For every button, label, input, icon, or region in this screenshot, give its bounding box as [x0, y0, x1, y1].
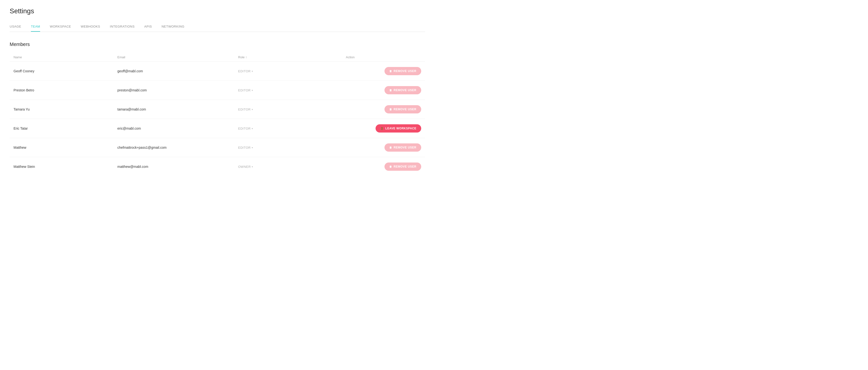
page-container: Settings USAGETEAMWORKSPACEWEBHOOKSINTEG… [0, 0, 435, 183]
col-header-email: Email [114, 53, 238, 62]
members-table: Name Email Role ↑ Action Geoff Cooneygeo… [10, 53, 425, 176]
member-name-2: Preston Betro [10, 81, 114, 100]
member-role-5[interactable]: EDITOR ▾ [238, 138, 342, 157]
members-section-title: Members [10, 41, 425, 47]
member-email-4: eric@mabl.com [114, 119, 238, 138]
member-name-1: Geoff Cooney [10, 62, 114, 81]
member-name-5: Matthew [10, 138, 114, 157]
member-role-6[interactable]: OWNER ▾ [238, 157, 342, 176]
member-name-3: Tamara Yu [10, 100, 114, 119]
member-action-6: 🗑 REMOVE USER [342, 157, 425, 176]
tabs-nav: USAGETEAMWORKSPACEWEBHOOKSINTEGRATIONSAP… [10, 25, 425, 32]
member-action-2: 🗑 REMOVE USER [342, 81, 425, 100]
member-name-6: Matthew Stein [10, 157, 114, 176]
table-row: Eric Tatareric@mabl.comEDITOR ▾🚪 LEAVE W… [10, 119, 425, 138]
tab-usage[interactable]: USAGE [10, 25, 21, 32]
member-action-1: 🗑 REMOVE USER [342, 62, 425, 81]
trash-icon: 🗑 [389, 69, 392, 73]
col-header-action: Action [342, 53, 425, 62]
tab-webhooks[interactable]: WEBHOOKS [81, 25, 100, 32]
chevron-icon: ▾ [252, 127, 253, 130]
leave-workspace-button[interactable]: 🚪 LEAVE WORKSPACE [376, 124, 421, 133]
member-role-1[interactable]: EDITOR ▾ [238, 62, 342, 81]
member-role-2[interactable]: EDITOR ▾ [238, 81, 342, 100]
table-row: Geoff Cooneygeoff@mabl.comEDITOR ▾🗑 REMO… [10, 62, 425, 81]
member-name-4: Eric Tatar [10, 119, 114, 138]
tab-team[interactable]: TEAM [31, 25, 40, 32]
role-selector-6[interactable]: OWNER ▾ [238, 165, 253, 169]
member-role-3[interactable]: EDITOR ▾ [238, 100, 342, 119]
col-header-role: Role ↑ [238, 53, 342, 62]
chevron-icon: ▾ [252, 146, 253, 149]
trash-icon: 🗑 [389, 89, 392, 92]
remove-user-button[interactable]: 🗑 REMOVE USER [384, 86, 421, 94]
remove-user-button[interactable]: 🗑 REMOVE USER [384, 105, 421, 113]
member-email-1: geoff@mabl.com [114, 62, 238, 81]
tab-networking[interactable]: NETWORKING [162, 25, 185, 32]
member-action-3: 🗑 REMOVE USER [342, 100, 425, 119]
trash-icon: 🗑 [389, 108, 392, 111]
role-selector-1[interactable]: EDITOR ▾ [238, 69, 253, 73]
remove-user-button[interactable]: 🗑 REMOVE USER [384, 143, 421, 152]
role-selector-3[interactable]: EDITOR ▾ [238, 108, 253, 111]
role-selector-2[interactable]: EDITOR ▾ [238, 88, 253, 92]
chevron-icon: ▾ [252, 165, 253, 168]
member-email-5: chefmattrock+pass1@gmail.com [114, 138, 238, 157]
member-action-4: 🚪 LEAVE WORKSPACE [342, 119, 425, 138]
role-selector-4[interactable]: EDITOR ▾ [238, 127, 253, 130]
remove-user-button[interactable]: 🗑 REMOVE USER [384, 163, 421, 171]
member-email-6: matthew@mabl.com [114, 157, 238, 176]
page-title: Settings [10, 7, 425, 15]
trash-icon: 🗑 [389, 146, 392, 149]
tab-workspace[interactable]: WORKSPACE [50, 25, 71, 32]
table-row: Preston Betropreston@mabl.comEDITOR ▾🗑 R… [10, 81, 425, 100]
member-role-4[interactable]: EDITOR ▾ [238, 119, 342, 138]
chevron-icon: ▾ [252, 70, 253, 73]
chevron-icon: ▾ [252, 89, 253, 92]
leave-icon: 🚪 [380, 127, 384, 130]
table-row: Matthewchefmattrock+pass1@gmail.comEDITO… [10, 138, 425, 157]
table-row: Tamara Yutamara@mabl.comEDITOR ▾🗑 REMOVE… [10, 100, 425, 119]
remove-user-button[interactable]: 🗑 REMOVE USER [384, 67, 421, 75]
trash-icon: 🗑 [389, 165, 392, 168]
member-email-2: preston@mabl.com [114, 81, 238, 100]
member-action-5: 🗑 REMOVE USER [342, 138, 425, 157]
tab-integrations[interactable]: INTEGRATIONS [110, 25, 135, 32]
table-row: Matthew Steinmatthew@mabl.comOWNER ▾🗑 RE… [10, 157, 425, 176]
tab-apis[interactable]: APIS [144, 25, 152, 32]
role-selector-5[interactable]: EDITOR ▾ [238, 146, 253, 149]
col-header-name: Name [10, 53, 114, 62]
member-email-3: tamara@mabl.com [114, 100, 238, 119]
chevron-icon: ▾ [252, 108, 253, 111]
